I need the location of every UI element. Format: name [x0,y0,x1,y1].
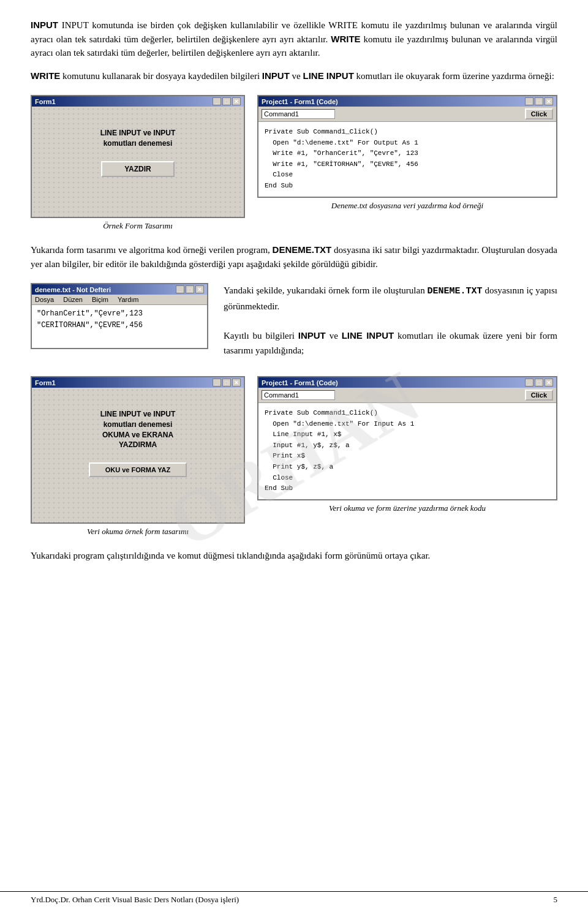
code1-toolbar: Command1 Click [258,107,556,122]
form1-titlebar: Form1 _ □ ✕ [32,96,244,107]
code2-line-6: Print y$, z$, a [265,462,550,473]
code2-titlebar: Project1 - Form1 (Code) _ □ ✕ [258,377,556,388]
code2-line-2: Open "d:\deneme.txt" For Input As 1 [265,419,550,430]
notepad-title-buttons: _ □ ✕ [176,285,204,293]
form1-title: Form1 [35,98,56,105]
input-bold: INPUT [31,20,58,30]
form1-caption: Örnek Form Tasarımı [31,221,245,231]
notepad-minimize[interactable]: _ [176,285,184,293]
notepad-body: "OrhanCerit","Çevre",123 "CERİTORHAN","Ç… [32,305,207,348]
side-text: Yandaki şekilde, yukarıdaki örnek form i… [224,283,557,358]
code2-window: Project1 - Form1 (Code) _ □ ✕ Command1 C… [257,376,557,500]
code2-toolbar: Command1 Click [258,388,556,403]
code1-line-1: Private Sub Command1_Click() [265,127,550,138]
form2-body: LINE INPUT ve INPUTkomutları denemesiOKU… [32,388,244,522]
code2-col: Project1 - Form1 (Code) _ □ ✕ Command1 C… [257,376,557,513]
code2-click-button[interactable]: Click [525,390,553,401]
form2-title-buttons: _ □ ✕ [213,379,241,386]
code1-window: Project1 - Form1 (Code) _ □ ✕ Command1 C… [257,95,557,198]
notepad-line-1: "OrhanCerit","Çevre",123 [37,308,202,320]
code1-line-5: Close [265,170,550,181]
code1-title-buttons: _ □ ✕ [525,97,553,105]
notepad-title: deneme.txt - Not Defteri [35,286,111,293]
code1-body: Private Sub Command1_Click() Open "d:\de… [258,122,556,197]
form2-maximize[interactable]: □ [222,379,231,386]
code1-minimize[interactable]: _ [525,97,533,105]
code2-line-5: Print x$ [265,451,550,462]
code1-caption: Deneme.txt dosyasına veri yazdırma kod ö… [257,201,557,211]
code1-line-2: Open "d:\deneme.txt" For Output As 1 [265,138,550,149]
notepad-close[interactable]: ✕ [195,285,204,293]
notepad-maximize[interactable]: □ [186,285,194,293]
form1-title-buttons: _ □ ✕ [213,97,241,105]
form2-minimize[interactable]: _ [213,379,221,386]
paragraph-3: Yukarıda form tasarımı ve algoritma kod … [31,243,557,271]
code2-line-7: Close [265,473,550,484]
form2-title: Form1 [35,379,56,386]
code1-click-button[interactable]: Click [525,108,553,119]
code2-line-1: Private Sub Command1_Click() [265,408,550,419]
footer-page: 5 [554,895,558,905]
code1-maximize[interactable]: □ [535,97,543,105]
form1-col: Form1 _ □ ✕ LINE INPUT ve INPUTkomutları… [31,95,245,231]
form1-center-text: LINE INPUT ve INPUTkomutları denemesi [41,128,235,149]
form2-oku-button[interactable]: OKU ve FORMA YAZ [89,462,187,477]
paragraph-1: INPUT INPUT komutunda ise birden çok değ… [31,18,557,60]
code1-dropdown[interactable]: Command1 [262,109,335,119]
code2-line-3: Line Input #1, x$ [265,429,550,440]
form2-caption: Veri okuma örnek form tasarımı [31,527,245,537]
write-bold-1: WRITE [331,34,360,44]
notepad-menu-bicim[interactable]: Biçim [92,296,108,303]
form1-close[interactable]: ✕ [232,97,241,105]
code2-title: Project1 - Form1 (Code) [262,379,338,386]
write-bold-2: WRITE [31,70,60,81]
code2-line-8: End Sub [265,483,550,494]
notepad-line-2: "CERİTORHAN","ÇEVRE",456 [37,320,202,331]
notepad-window: deneme.txt - Not Defteri _ □ ✕ Dosya Düz… [31,283,208,349]
code2-close[interactable]: ✕ [545,379,553,386]
code1-close[interactable]: ✕ [545,97,553,105]
paragraph-4: Yukarıdaki program çalıştırıldığında ve … [31,549,557,563]
form1-maximize[interactable]: □ [222,97,231,105]
form1-minimize[interactable]: _ [213,97,221,105]
code2-body: Private Sub Command1_Click() Open "d:\de… [258,403,556,499]
code1-line-6: End Sub [265,181,550,192]
notepad-col: deneme.txt - Not Defteri _ □ ✕ Dosya Düz… [31,283,208,349]
code1-title: Project1 - Form1 (Code) [262,98,338,105]
code2-title-buttons: _ □ ✕ [525,379,553,386]
code2-caption: Veri okuma ve form üzerine yazdırma örne… [257,503,557,513]
code2-maximize[interactable]: □ [535,379,543,386]
code1-col: Project1 - Form1 (Code) _ □ ✕ Command1 C… [257,95,557,211]
page: ORHAN INPUT INPUT komutunda ise birden ç… [0,0,588,920]
notepad-titlebar: deneme.txt - Not Defteri _ □ ✕ [32,284,207,295]
notepad-menu-duzen[interactable]: Düzen [63,296,83,303]
form2-col: Form1 _ □ ✕ LINE INPUT ve INPUTkomutları… [31,376,245,537]
code1-titlebar: Project1 - Form1 (Code) _ □ ✕ [258,96,556,107]
side-text-col: Yandaki şekilde, yukarıdaki örnek form i… [224,283,557,364]
paragraph-2: WRITE komutunu kullanarak bir dosyaya ka… [31,69,557,83]
code1-line-4: Write #1, "CERİTORHAN", "ÇEVRE", 456 [265,159,550,170]
footer-author: Yrd.Doç.Dr. Orhan Cerit Visual Basic Der… [31,895,239,905]
form1-yazdir-button[interactable]: YAZDIR [101,161,175,177]
form2-window: Form1 _ □ ✕ LINE INPUT ve INPUTkomutları… [31,376,245,524]
code2-line-4: Input #1, y$, z$, a [265,440,550,451]
form2-center-text: LINE INPUT ve INPUTkomutları denemesiOKU… [41,409,235,450]
screenshot-row-2: Form1 _ □ ✕ LINE INPUT ve INPUTkomutları… [31,376,557,537]
notepad-menu-dosya[interactable]: Dosya [35,296,54,303]
notepad-menubar: Dosya Düzen Biçim Yardım [32,295,207,305]
code2-dropdown[interactable]: Command1 [262,390,335,400]
code2-minimize[interactable]: _ [525,379,533,386]
page-footer: Yrd.Doç.Dr. Orhan Cerit Visual Basic Der… [0,891,588,908]
code1-line-3: Write #1, "OrhanCerit", "Çevre", 123 [265,148,550,159]
notepad-section: deneme.txt - Not Defteri _ □ ✕ Dosya Düz… [31,283,557,364]
form2-close[interactable]: ✕ [232,379,241,386]
form2-titlebar: Form1 _ □ ✕ [32,377,244,388]
form1-body: LINE INPUT ve INPUTkomutları denemesi YA… [32,107,244,217]
screenshot-row-1: Form1 _ □ ✕ LINE INPUT ve INPUTkomutları… [31,95,557,231]
form1-window: Form1 _ □ ✕ LINE INPUT ve INPUTkomutları… [31,95,245,218]
notepad-menu-yardim[interactable]: Yardım [118,296,139,303]
